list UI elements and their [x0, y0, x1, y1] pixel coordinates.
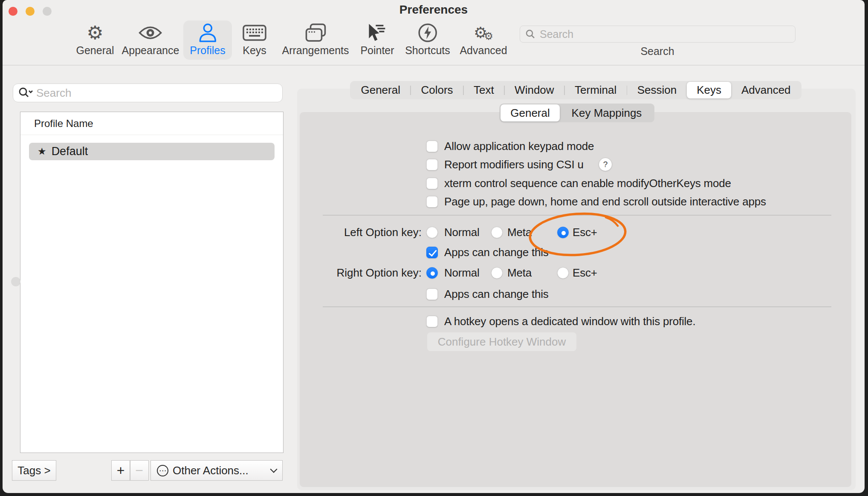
profile-list: Profile Name ★ Default	[20, 112, 284, 453]
person-icon	[190, 21, 225, 44]
toolbar-item-profiles[interactable]: Profiles	[190, 21, 225, 59]
checkbox-scroll-outside-apps[interactable]	[426, 196, 438, 208]
star-icon: ★	[38, 146, 46, 157]
radio-right-meta[interactable]	[491, 267, 503, 279]
label-right-esc: Esc+	[573, 266, 597, 280]
label-left-apps-change: Apps can change this	[444, 245, 549, 259]
profile-row-default[interactable]: ★ Default	[29, 143, 275, 160]
radio-left-esc[interactable]	[557, 227, 569, 238]
label-left-meta: Meta	[507, 225, 532, 239]
configure-hotkey-button[interactable]: Configure Hotkey Window	[427, 332, 576, 351]
label-left-normal: Normal	[444, 225, 480, 239]
gears-icon: ⚙⚙	[460, 21, 507, 44]
toolbar-item-arrangements[interactable]: Arrangements	[282, 21, 349, 59]
keys-subtabs: General Key Mappings	[500, 104, 654, 122]
tags-button[interactable]: Tags >	[12, 460, 56, 481]
checkbox-keypad-mode[interactable]	[426, 141, 438, 152]
other-actions-dropdown[interactable]: ⋯ Other Actions...	[150, 460, 283, 481]
label-right-apps-change: Apps can change this	[444, 287, 549, 301]
subtab-key-mappings[interactable]: Key Mappings	[560, 104, 654, 121]
radio-left-meta[interactable]	[491, 227, 503, 238]
label-right-meta: Meta	[507, 266, 532, 280]
label-csi-u: Report modifiers using CSI u	[444, 158, 584, 171]
divider	[323, 215, 831, 216]
toolbar-search-input[interactable]	[540, 28, 790, 40]
subtab-general[interactable]: General	[501, 104, 560, 121]
tab-general[interactable]: General	[351, 82, 410, 98]
search-filter-icon	[18, 87, 33, 99]
label-left-esc: Esc+	[573, 225, 597, 239]
splitter-handle[interactable]	[11, 277, 20, 286]
eye-icon	[122, 21, 179, 44]
page-title: Preferences	[3, 3, 865, 17]
tab-colors[interactable]: Colors	[411, 82, 463, 98]
remove-profile-button[interactable]: −	[130, 460, 149, 481]
left-option-label: Left Option key:	[301, 225, 422, 239]
toolbar-item-pointer[interactable]: Pointer	[360, 21, 394, 59]
label-keypad-mode: Allow application keypad mode	[444, 139, 594, 153]
tab-session[interactable]: Session	[627, 82, 686, 98]
label-modify-other-keys: xterm control sequence can enable modify…	[444, 176, 731, 190]
profile-search[interactable]	[13, 84, 283, 102]
radio-right-esc[interactable]	[557, 267, 569, 279]
radio-right-normal[interactable]	[426, 267, 438, 279]
profile-tabbar: General Colors Text Window Terminal Sess…	[350, 81, 801, 99]
help-button[interactable]: ?	[599, 158, 612, 171]
tab-advanced[interactable]: Advanced	[731, 82, 801, 98]
preferences-window: Preferences ⚙ General Appearance Profile…	[3, 0, 865, 493]
checkbox-modify-other-keys[interactable]	[426, 178, 438, 189]
toolbar-search-label: Search	[640, 45, 674, 58]
toolbar-item-advanced[interactable]: ⚙⚙ Advanced	[460, 21, 507, 59]
ellipsis-circle-icon: ⋯	[157, 465, 168, 476]
toolbar-item-shortcuts[interactable]: Shortcuts	[405, 21, 450, 59]
label-hotkey-window: A hotkey opens a dedicated window with t…	[444, 314, 695, 328]
right-option-label: Right Option key:	[301, 266, 422, 280]
keyboard-icon	[242, 21, 267, 44]
profile-list-header: Profile Name	[20, 112, 283, 135]
toolbar-item-appearance[interactable]: Appearance	[122, 21, 179, 59]
checkbox-left-apps-change[interactable]	[426, 247, 438, 258]
windows-icon	[282, 21, 349, 44]
tab-window[interactable]: Window	[505, 82, 564, 98]
tab-terminal[interactable]: Terminal	[565, 82, 627, 98]
profile-search-input[interactable]	[36, 87, 277, 100]
label-scroll-outside-apps: Page up, page down, home and end scroll …	[444, 195, 766, 208]
toolbar-search[interactable]	[520, 26, 796, 43]
checkbox-right-apps-change[interactable]	[426, 288, 438, 300]
tab-text[interactable]: Text	[464, 82, 504, 98]
profile-name: Default	[52, 145, 88, 158]
toolbar-divider	[3, 65, 865, 66]
search-icon	[525, 29, 535, 39]
toolbar-item-keys[interactable]: Keys	[242, 21, 267, 59]
label-right-normal: Normal	[444, 266, 480, 280]
chevron-down-icon	[270, 466, 278, 473]
bolt-icon	[405, 21, 450, 44]
tab-keys[interactable]: Keys	[687, 82, 732, 98]
divider	[323, 306, 831, 307]
add-profile-button[interactable]: +	[111, 460, 130, 481]
cursor-icon	[360, 21, 394, 44]
checkbox-csi-u[interactable]	[426, 159, 438, 170]
gear-icon: ⚙	[76, 21, 114, 44]
toolbar-item-general[interactable]: ⚙ General	[76, 21, 114, 59]
radio-left-normal[interactable]	[426, 227, 438, 238]
checkbox-hotkey-window[interactable]	[426, 316, 438, 327]
